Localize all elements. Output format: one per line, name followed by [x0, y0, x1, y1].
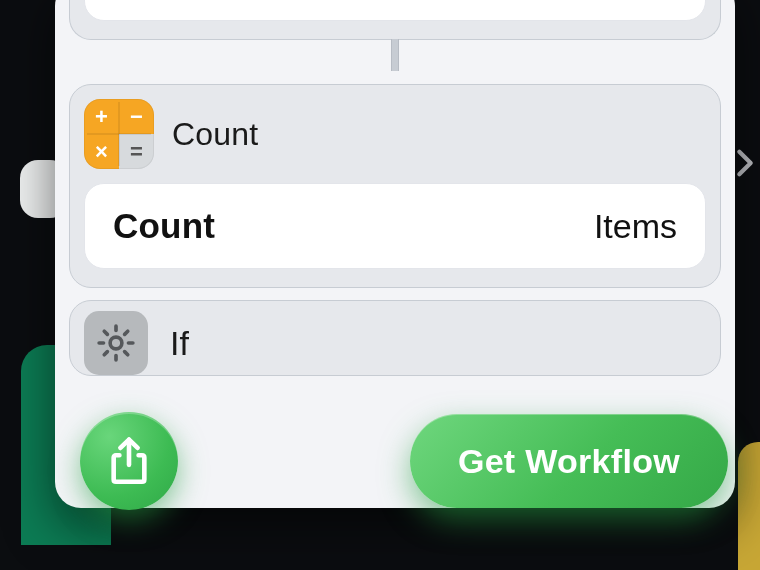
svg-point-0 — [110, 337, 122, 349]
get-workflow-label: Get Workflow — [458, 442, 680, 481]
action-card-variable[interactable]: Variable Input — [69, 0, 721, 40]
param-value-count[interactable]: Items — [594, 207, 677, 246]
get-workflow-button[interactable]: Get Workflow — [410, 414, 728, 508]
action-title-if: If — [170, 324, 189, 363]
action-card-if[interactable]: If — [69, 300, 721, 376]
background-card-yellow — [738, 442, 760, 570]
action-header-if: If — [70, 301, 720, 375]
share-button[interactable] — [80, 412, 178, 510]
param-row-count[interactable]: Count Items — [84, 183, 706, 269]
action-title-count: Count — [172, 116, 258, 153]
action-card-count[interactable]: + − × = Count Count Items — [69, 84, 721, 288]
calculator-icon: + − × = — [84, 99, 154, 169]
gear-icon — [84, 311, 148, 375]
share-icon — [106, 436, 152, 486]
param-label-count: Count — [113, 206, 215, 246]
param-row-variable[interactable]: Variable Input — [84, 0, 706, 21]
action-connector — [69, 40, 721, 70]
action-header-count: + − × = Count — [70, 85, 720, 183]
